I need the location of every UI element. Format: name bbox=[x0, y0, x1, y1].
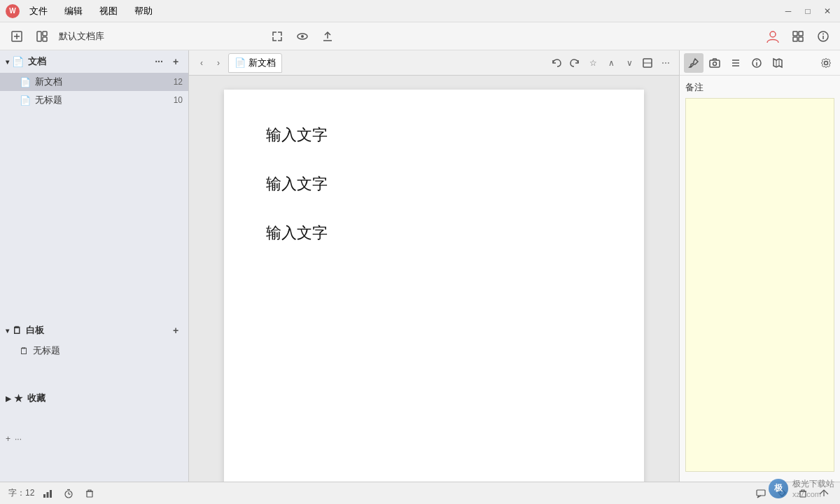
upload-button[interactable] bbox=[316, 27, 339, 46]
rp-pin-button[interactable] bbox=[684, 53, 704, 73]
svg-rect-11 bbox=[799, 31, 803, 36]
sidebar-item-untitled-doc[interactable]: 📄 无标题 10 bbox=[0, 91, 188, 109]
toolbar-right bbox=[266, 27, 834, 46]
documents-section-title: 文档 bbox=[28, 55, 152, 68]
rp-settings-button[interactable] bbox=[816, 53, 836, 73]
documents-add-button[interactable]: + bbox=[169, 55, 183, 69]
whiteboard-chevron[interactable]: ▾ bbox=[6, 327, 9, 335]
titlebar: W 文件 编辑 视图 帮助 ─ □ ✕ bbox=[0, 0, 840, 22]
sidebar-bottom-add[interactable]: + bbox=[6, 434, 10, 444]
svg-rect-4 bbox=[43, 31, 47, 36]
eye-button[interactable] bbox=[291, 27, 314, 46]
undo-button[interactable] bbox=[549, 55, 564, 71]
statusbar: 字：12 bbox=[0, 482, 840, 504]
default-lib-label: 默认文档库 bbox=[59, 30, 104, 43]
doc-page[interactable]: 输入文字 输入文字 输入文字 bbox=[224, 90, 644, 482]
chevron-down-button[interactable]: ∨ bbox=[622, 55, 637, 71]
rp-list-button[interactable] bbox=[726, 53, 746, 73]
window-controls: ─ □ ✕ bbox=[781, 4, 834, 18]
doc-line-2: 输入文字 bbox=[266, 174, 602, 195]
svg-rect-32 bbox=[47, 492, 49, 498]
more-options-button[interactable]: ⋯ bbox=[658, 55, 673, 71]
chevron-up-button[interactable]: ∧ bbox=[603, 55, 619, 71]
tab-back-button[interactable]: ‹ bbox=[195, 55, 209, 71]
whiteboard-add-button[interactable]: + bbox=[169, 323, 183, 337]
menu-edit[interactable]: 编辑 bbox=[62, 4, 85, 19]
svg-point-7 bbox=[301, 35, 304, 38]
svg-rect-12 bbox=[793, 37, 797, 41]
watermark: 极 极光下载站 xz7.com bbox=[769, 478, 834, 498]
info-button[interactable] bbox=[812, 27, 834, 46]
svg-rect-5 bbox=[43, 37, 47, 41]
untitled-doc-count: 10 bbox=[174, 95, 183, 105]
svg-point-9 bbox=[770, 31, 776, 37]
grid-view-button[interactable] bbox=[787, 27, 809, 46]
right-panel-toolbar bbox=[680, 50, 840, 76]
svg-rect-10 bbox=[793, 31, 797, 36]
maximize-button[interactable]: □ bbox=[801, 4, 815, 18]
whiteboard-item-name: 无标题 bbox=[33, 344, 183, 357]
rp-info-button[interactable] bbox=[747, 53, 766, 73]
sidebar-item-whiteboard-untitled[interactable]: 🗒 无标题 bbox=[0, 342, 188, 360]
stats-button[interactable] bbox=[40, 486, 55, 501]
watermark-text: 极光下载站 xz7.com bbox=[792, 478, 834, 498]
sidebar-bottom-ellipsis[interactable]: ··· bbox=[15, 434, 22, 444]
documents-chevron[interactable]: ▾ bbox=[6, 58, 9, 66]
svg-point-16 bbox=[822, 33, 824, 34]
svg-rect-38 bbox=[87, 491, 92, 497]
expand-button[interactable] bbox=[266, 27, 288, 46]
app-icon: W bbox=[6, 4, 20, 18]
sidebar: ▾ 📄 文档 ··· + 📄 新文档 12 📄 无标题 10 ▾ 🗒 白板 bbox=[0, 50, 189, 482]
redo-button[interactable] bbox=[567, 55, 582, 71]
timer-button[interactable] bbox=[61, 486, 76, 501]
notes-area[interactable] bbox=[685, 98, 834, 472]
favorites-section-icon: ★ bbox=[14, 393, 23, 404]
minimize-button[interactable]: ─ bbox=[781, 4, 795, 18]
svg-rect-13 bbox=[799, 37, 803, 41]
svg-rect-19 bbox=[710, 60, 720, 67]
doc-line-1: 输入文字 bbox=[266, 125, 602, 146]
notes-section: 备注 bbox=[680, 76, 840, 482]
svg-point-26 bbox=[756, 59, 757, 61]
untitled-doc-name: 无标题 bbox=[35, 94, 174, 106]
right-panel: 备注 bbox=[679, 50, 840, 482]
new-doc-icon: 📄 bbox=[20, 77, 31, 88]
doc-tabbar: ‹ › 📄 新文档 ☆ ∧ ∨ ⋯ bbox=[189, 50, 679, 76]
layout-button[interactable] bbox=[31, 27, 53, 46]
svg-marker-27 bbox=[774, 59, 782, 67]
menu-view[interactable]: 视图 bbox=[97, 4, 120, 19]
watermark-logo: 极 bbox=[769, 479, 788, 498]
svg-rect-33 bbox=[50, 490, 52, 498]
doc-line-3: 输入文字 bbox=[266, 223, 602, 244]
whiteboard-item-icon: 🗒 bbox=[20, 346, 29, 356]
new-doc-button[interactable] bbox=[6, 27, 28, 46]
star-button[interactable]: ☆ bbox=[585, 55, 601, 71]
menu-help[interactable]: 帮助 bbox=[132, 4, 155, 19]
account-button[interactable] bbox=[762, 27, 784, 46]
layout-mode-button[interactable] bbox=[640, 55, 655, 71]
delete-button[interactable] bbox=[82, 486, 97, 501]
favorites-chevron[interactable]: ▶ bbox=[6, 395, 11, 402]
doc-tab-new[interactable]: 📄 新文档 bbox=[228, 53, 282, 73]
favorites-section-header: ▶ ★ 收藏 bbox=[0, 388, 188, 409]
menu-file[interactable]: 文件 bbox=[27, 4, 50, 19]
comment-button[interactable] bbox=[753, 486, 769, 501]
main-area: ▾ 📄 文档 ··· + 📄 新文档 12 📄 无标题 10 ▾ 🗒 白板 bbox=[0, 50, 840, 482]
new-doc-count: 12 bbox=[174, 77, 183, 87]
toolbar: 默认文档库 bbox=[0, 22, 840, 50]
doc-content: 输入文字 输入文字 输入文字 bbox=[189, 76, 679, 482]
tab-forward-button[interactable]: › bbox=[211, 55, 225, 71]
rp-camera-button[interactable] bbox=[705, 53, 724, 73]
doc-tab-icon: 📄 bbox=[234, 57, 246, 68]
statusbar-left: 字：12 bbox=[8, 486, 97, 501]
documents-more-button[interactable]: ··· bbox=[152, 55, 166, 69]
svg-rect-3 bbox=[37, 31, 41, 41]
svg-rect-39 bbox=[757, 490, 765, 496]
content-wrapper: ‹ › 📄 新文档 ☆ ∧ ∨ ⋯ bbox=[189, 50, 679, 482]
sidebar-item-new-doc[interactable]: 📄 新文档 12 bbox=[0, 73, 188, 91]
svg-rect-31 bbox=[43, 494, 46, 498]
whiteboard-section-header: ▾ 🗒 白板 + bbox=[0, 319, 188, 342]
rp-map-button[interactable] bbox=[768, 53, 788, 73]
close-button[interactable]: ✕ bbox=[820, 4, 834, 18]
documents-section-icon: 📄 bbox=[12, 56, 24, 67]
